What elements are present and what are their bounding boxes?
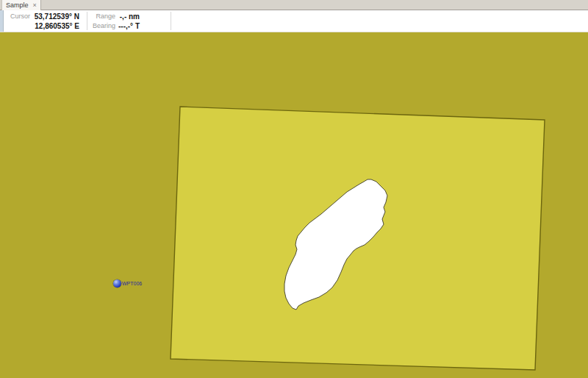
waypoint-label: WPT006 (122, 280, 142, 288)
tab-close-icon[interactable]: × (33, 0, 37, 10)
cursor-readout: Cursor 53,712539° N 12,860535° E (4, 10, 87, 32)
chart-graphics (0, 32, 588, 378)
chart-plotter-window: Sample × Cursor 53,712539° N 12,860535° … (0, 0, 588, 378)
tab-label: Sample (6, 0, 29, 10)
section-divider (171, 12, 171, 30)
bearing-label: Bearing (87, 21, 115, 31)
range-bearing-readout: Range -,- nm Bearing ---,-° T (87, 10, 171, 32)
tab-sample[interactable]: Sample × (1, 0, 41, 10)
tab-bar: Sample × (0, 0, 588, 10)
waypoint-wpt006[interactable]: WPT006 (113, 279, 142, 288)
range-value: -,- nm (115, 12, 140, 21)
range-label: Range (87, 12, 115, 21)
chart-canvas[interactable]: WPT006 (0, 32, 588, 378)
waypoint-icon[interactable] (113, 279, 121, 288)
cursor-longitude-value: 12,860535° E (30, 21, 79, 31)
cursor-latitude-value: 53,712539° N (30, 12, 79, 21)
cursor-label: Cursor (4, 12, 30, 32)
info-bar: Cursor 53,712539° N 12,860535° E Range -… (0, 10, 588, 32)
bearing-value: ---,-° T (115, 21, 140, 31)
